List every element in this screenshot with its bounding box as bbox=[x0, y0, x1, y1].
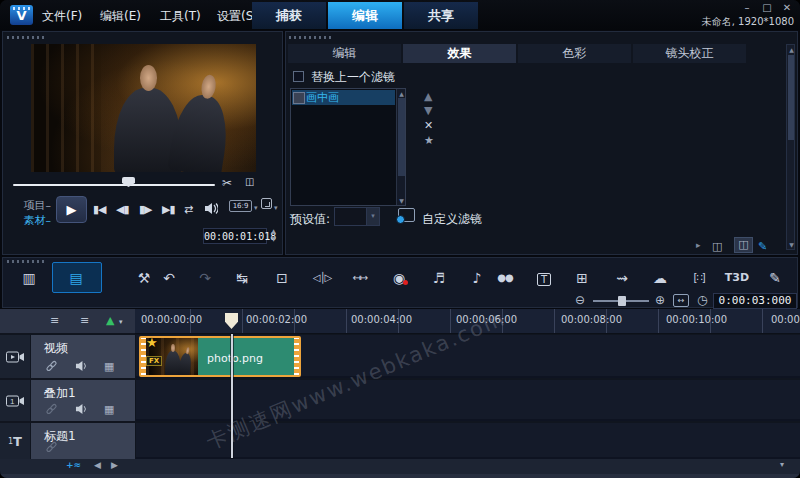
timeline-clip-photo[interactable]: photo.png bbox=[139, 336, 301, 377]
replace-last-filter-checkbox[interactable] bbox=[293, 71, 304, 82]
enlarge-caret-icon[interactable]: ▾ bbox=[274, 204, 278, 212]
insert-track-icon[interactable]: +≈ bbox=[66, 460, 81, 470]
scroll-down-icon[interactable]: ▼ bbox=[787, 241, 796, 248]
redo-icon[interactable]: ↷ bbox=[192, 266, 218, 290]
gif-creator-icon[interactable]: ●● bbox=[492, 266, 518, 290]
enlarge-preview-button[interactable] bbox=[261, 198, 272, 209]
fx-tab-effect[interactable]: 效果 bbox=[403, 44, 516, 63]
filter-list-item[interactable]: 画中画 bbox=[292, 90, 395, 105]
dual-pane-view-icon[interactable]: ◫ bbox=[734, 237, 753, 253]
storyboard-view-icon[interactable]: ▥ bbox=[16, 266, 42, 290]
minimize-button[interactable]: – bbox=[740, 2, 754, 13]
scroll-up-icon[interactable]: ▲ bbox=[787, 46, 796, 53]
move-filter-down-icon[interactable]: ▼ bbox=[424, 104, 432, 117]
preview-timecode[interactable]: 00:00:01:018 bbox=[203, 228, 267, 244]
maximize-button[interactable]: □ bbox=[760, 2, 774, 13]
fx-tab-edit[interactable]: 编辑 bbox=[288, 44, 401, 63]
trim-scissors-icon[interactable]: ✂ bbox=[222, 176, 232, 190]
menu-file[interactable]: 文件(F) bbox=[42, 8, 82, 25]
tab-capture[interactable]: 捕获 bbox=[252, 2, 326, 29]
menu-tools[interactable]: 工具(T) bbox=[160, 8, 201, 25]
customize-toolbar-icon[interactable]: ⚒ bbox=[131, 266, 157, 290]
timecode-spinner[interactable]: ▲▼ bbox=[269, 227, 278, 245]
preset-caret-icon[interactable]: ▾ bbox=[366, 208, 379, 225]
aspect-ratio-button[interactable]: 16:9 bbox=[229, 200, 252, 212]
link-icon[interactable] bbox=[44, 402, 59, 416]
scrub-bar[interactable] bbox=[13, 184, 215, 186]
repeat-button[interactable]: ⇄ bbox=[184, 203, 193, 216]
mask-editor-icon[interactable]: ✎ bbox=[762, 266, 788, 290]
panel-grip[interactable] bbox=[7, 260, 45, 263]
ripple-editing-icon[interactable]: ↤↦ bbox=[347, 266, 373, 290]
auto-music-icon[interactable]: ♪ bbox=[464, 266, 490, 290]
add-track-icon[interactable]: ≡ bbox=[80, 314, 89, 327]
title-track-header[interactable]: 1T 标题1 bbox=[0, 423, 135, 459]
panel-expand-icon[interactable]: ▸ bbox=[696, 240, 701, 250]
move-filter-up-icon[interactable]: ▲ bbox=[424, 90, 432, 103]
multicam-editor-icon[interactable]: [∷] bbox=[686, 266, 712, 290]
applied-filter-list[interactable]: 画中画 ▲ ▼ bbox=[290, 88, 406, 206]
sound-mixer-icon[interactable]: ♬ bbox=[426, 266, 452, 290]
swap-caret-icon[interactable]: ▾ bbox=[119, 318, 123, 326]
swap-tracks-icon[interactable]: ▲ bbox=[106, 314, 114, 327]
scrollbar-thumb[interactable] bbox=[788, 55, 794, 140]
3d-title-editor-icon[interactable]: T3D bbox=[724, 266, 750, 290]
resample-icon[interactable]: ⊡ bbox=[269, 266, 295, 290]
motion-tracking-icon[interactable]: ⇝ bbox=[609, 266, 635, 290]
mute-speaker-icon[interactable] bbox=[75, 403, 88, 415]
link-icon[interactable] bbox=[44, 359, 59, 373]
overlay-track-header[interactable]: 1 叠加1 ▦ bbox=[0, 380, 135, 421]
play-button[interactable]: ▶ bbox=[56, 196, 87, 223]
fit-timeline-icon[interactable]: ↔ bbox=[673, 294, 689, 307]
scroll-up-icon[interactable]: ▲ bbox=[397, 90, 406, 97]
custom-filter-button[interactable]: 自定义滤镜 bbox=[422, 211, 482, 228]
fit-project-icon[interactable]: ↹ bbox=[229, 266, 255, 290]
favorite-filter-icon[interactable]: ★ bbox=[424, 134, 434, 147]
record-capture-icon[interactable]: ◉ bbox=[386, 266, 412, 290]
track-manager-icon[interactable]: ≡ bbox=[50, 314, 59, 327]
video-camera-icon[interactable] bbox=[0, 335, 30, 378]
scroll-tracks-down-icon[interactable]: ▾ bbox=[780, 460, 784, 469]
overlay-camera-icon[interactable]: 1 bbox=[0, 380, 30, 421]
fx-tab-color[interactable]: 色彩 bbox=[518, 44, 631, 63]
stacked-view-icon[interactable]: ◫ bbox=[712, 240, 722, 253]
scrollbar-thumb[interactable] bbox=[398, 98, 405, 176]
end-button[interactable]: ▶▮ bbox=[162, 203, 175, 216]
clock-duration-icon[interactable]: ◷ bbox=[697, 293, 707, 307]
fx-tab-lens-correction[interactable]: 镜头校正 bbox=[633, 44, 746, 63]
timeline-zoom-thumb[interactable] bbox=[618, 296, 626, 306]
scroll-right-icon[interactable]: ▶ bbox=[111, 460, 118, 470]
clip-mode-button[interactable]: 素材– bbox=[9, 213, 51, 228]
undo-icon[interactable]: ↶ bbox=[156, 266, 182, 290]
project-duration-timecode[interactable]: 0:00:03:000 bbox=[713, 293, 797, 309]
zoom-out-icon[interactable]: ⊖ bbox=[575, 293, 585, 307]
scroll-down-icon[interactable]: ▼ bbox=[397, 197, 406, 204]
filter-list-scrollbar[interactable]: ▲ ▼ bbox=[396, 89, 405, 205]
custom-filter-icon[interactable] bbox=[398, 208, 415, 222]
edit-view-icon[interactable]: ✎ bbox=[758, 240, 767, 253]
home-button[interactable]: ▮◀ bbox=[93, 203, 106, 216]
playhead-line[interactable] bbox=[231, 334, 233, 458]
video-track-header[interactable]: 视频 ▦ bbox=[0, 335, 135, 378]
mask-creator-icon[interactable]: ☁ bbox=[647, 266, 673, 290]
panel-grip[interactable] bbox=[289, 36, 333, 39]
subtitle-editor-icon[interactable]: T bbox=[531, 266, 557, 290]
prev-frame-button[interactable]: ◀▮ bbox=[116, 203, 129, 216]
next-frame-button[interactable]: ▮▶ bbox=[139, 203, 152, 216]
panel-scrollbar[interactable]: ▲ ▼ bbox=[786, 44, 795, 250]
title-track-icon[interactable]: 1T bbox=[0, 423, 30, 459]
preset-dropdown[interactable]: ▾ bbox=[334, 207, 380, 226]
tab-edit[interactable]: 编辑 bbox=[328, 2, 402, 29]
mosaic-icon[interactable]: ▦ bbox=[104, 403, 114, 416]
tab-share[interactable]: 共享 bbox=[404, 2, 478, 29]
link-icon[interactable] bbox=[44, 440, 59, 454]
project-mode-button[interactable]: 项目– bbox=[9, 198, 51, 213]
mosaic-icon[interactable]: ▦ bbox=[104, 360, 114, 373]
scroll-left-icon[interactable]: ◀ bbox=[94, 460, 101, 470]
snapshot-icon[interactable]: ◫ bbox=[245, 176, 254, 187]
menu-edit[interactable]: 编辑(E) bbox=[100, 8, 141, 25]
zoom-in-icon[interactable]: ⊕ bbox=[655, 293, 665, 307]
aspect-caret-icon[interactable]: ▾ bbox=[254, 204, 258, 212]
mute-speaker-icon[interactable] bbox=[75, 360, 88, 372]
close-button[interactable]: ✕ bbox=[780, 2, 794, 13]
